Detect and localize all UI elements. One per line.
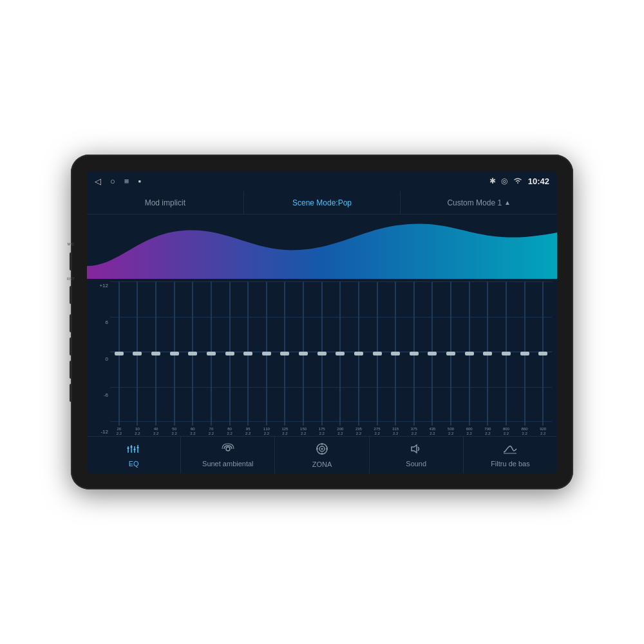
slider-thumb-150[interactable] [299, 352, 308, 355]
tab-scene-mode[interactable]: Scene Mode:Pop [244, 191, 401, 214]
side-button-4[interactable] [70, 337, 72, 355]
slider-col-30[interactable]: 302.2 [129, 281, 147, 436]
side-button-6[interactable] [70, 384, 72, 402]
slider-col-860[interactable]: 8602.2 [516, 281, 534, 436]
svg-point-8 [226, 447, 230, 451]
scale-label-12: +12 [92, 283, 110, 289]
slider-thumb-40[interactable] [151, 352, 160, 355]
slider-col-95[interactable]: 952.2 [239, 281, 257, 436]
screen-icon[interactable]: ▪ [138, 176, 141, 186]
slider-col-60[interactable]: 602.2 [184, 281, 202, 436]
slider-col-125[interactable]: 1252.2 [276, 281, 294, 436]
slider-col-175[interactable]: 1752.2 [313, 281, 331, 436]
eq-icon [127, 443, 141, 458]
svg-point-11 [321, 448, 323, 450]
slider-col-435[interactable]: 4352.2 [424, 281, 442, 436]
scale-label-6: 6 [92, 319, 110, 325]
nav-eq-label: EQ [129, 460, 139, 468]
slider-thumb-500[interactable] [446, 352, 455, 355]
slider-col-80[interactable]: 802.2 [221, 281, 239, 436]
chart-icon [503, 443, 517, 458]
svg-marker-16 [412, 445, 417, 453]
slider-col-235[interactable]: 2352.2 [350, 281, 368, 436]
slider-col-110[interactable]: 1102.2 [258, 281, 276, 436]
slider-thumb-315[interactable] [391, 352, 400, 355]
device: MIC RST ◁ ○ ≡ ▪ ✱ ◎ 10:42 [71, 155, 573, 489]
side-button-2[interactable] [70, 286, 72, 304]
slider-thumb-375[interactable] [410, 352, 419, 355]
slider-thumb-95[interactable] [243, 352, 252, 355]
nav-sound[interactable]: Sound [370, 437, 464, 473]
slider-thumb-860[interactable] [520, 352, 529, 355]
wifi-icon [513, 176, 523, 185]
slider-col-275[interactable]: 2752.2 [368, 281, 386, 436]
slider-thumb-70[interactable] [207, 352, 216, 355]
slider-col-20[interactable]: 202.2 [110, 281, 128, 436]
slider-thumb-235[interactable] [354, 352, 363, 355]
status-left: ◁ ○ ≡ ▪ [95, 176, 141, 186]
side-button-3[interactable] [70, 314, 72, 332]
slider-col-50[interactable]: 502.2 [166, 281, 184, 436]
status-right: ✱ ◎ 10:42 [489, 176, 549, 186]
svg-rect-3 [130, 446, 132, 448]
slider-thumb-800[interactable] [502, 352, 511, 355]
nav-sunet-ambiental[interactable]: Sunet ambiental [181, 437, 275, 473]
scale-label-neg6: -6 [92, 392, 110, 398]
slider-thumb-700[interactable] [483, 352, 492, 355]
slider-thumb-175[interactable] [317, 352, 327, 355]
slider-thumb-600[interactable] [465, 352, 474, 355]
radio-icon [221, 443, 235, 458]
slider-col-200[interactable]: 2002.2 [332, 281, 350, 436]
slider-thumb-60[interactable] [188, 352, 197, 355]
nav-eq[interactable]: EQ [87, 437, 181, 473]
home-icon[interactable]: ○ [110, 176, 115, 186]
bluetooth-icon: ✱ [489, 176, 496, 185]
slider-col-920[interactable]: 9202.2 [534, 281, 552, 436]
time-display: 10:42 [528, 176, 549, 186]
slider-thumb-110[interactable] [262, 352, 271, 355]
eq-sliders-area: +12 6 0 -6 -12 202.2302.24 [87, 279, 557, 436]
slider-col-40[interactable]: 402.2 [147, 281, 165, 436]
svg-rect-7 [137, 447, 138, 448]
slider-col-500[interactable]: 5002.2 [442, 281, 460, 436]
side-buttons: MIC RST [67, 242, 75, 402]
slider-col-700[interactable]: 7002.2 [479, 281, 497, 436]
slider-thumb-50[interactable] [170, 352, 179, 355]
custom-mode-arrow: ▲ [504, 199, 511, 206]
slider-col-600[interactable]: 6002.2 [460, 281, 478, 436]
side-button[interactable] [70, 252, 72, 270]
slider-col-150[interactable]: 1502.2 [294, 281, 312, 436]
slider-thumb-80[interactable] [225, 352, 234, 355]
top-tabs: Mod implicit Scene Mode:Pop Custom Mode … [87, 191, 557, 214]
slider-thumb-435[interactable] [428, 352, 437, 355]
nav-filtru-de-bas[interactable]: Filtru de bas [464, 437, 557, 473]
scale-label-neg12: -12 [92, 429, 110, 435]
eq-visualization [87, 214, 557, 279]
location-icon: ◎ [501, 176, 507, 185]
slider-thumb-125[interactable] [280, 352, 289, 355]
slider-thumb-920[interactable] [538, 352, 547, 355]
mic-label: MIC [68, 242, 75, 246]
slider-thumb-20[interactable] [115, 352, 124, 355]
eq-viz-svg [87, 214, 557, 279]
volume-icon [409, 443, 423, 458]
target-icon [316, 442, 328, 459]
scale-label-0: 0 [92, 356, 110, 362]
slider-col-800[interactable]: 8002.2 [497, 281, 515, 436]
tab-custom-mode[interactable]: Custom Mode 1 ▲ [401, 191, 557, 214]
nav-zona[interactable]: ZONA [275, 437, 369, 473]
svg-rect-5 [133, 449, 135, 450]
scale-labels: +12 6 0 -6 -12 [92, 281, 110, 436]
nav-sound-label: Sound [406, 460, 426, 468]
slider-thumb-30[interactable] [133, 352, 142, 355]
slider-col-375[interactable]: 3752.2 [405, 281, 423, 436]
slider-thumb-200[interactable] [336, 352, 345, 355]
slider-col-70[interactable]: 702.2 [202, 281, 220, 436]
back-icon[interactable]: ◁ [95, 176, 101, 186]
tab-mod-implicit[interactable]: Mod implicit [87, 191, 244, 214]
menu-icon[interactable]: ≡ [124, 176, 129, 186]
slider-col-315[interactable]: 3152.2 [386, 281, 404, 436]
screen: ◁ ○ ≡ ▪ ✱ ◎ 10:42 Mod implicit Scene Mod… [87, 171, 557, 473]
slider-thumb-275[interactable] [373, 352, 382, 355]
side-button-5[interactable] [70, 361, 72, 379]
